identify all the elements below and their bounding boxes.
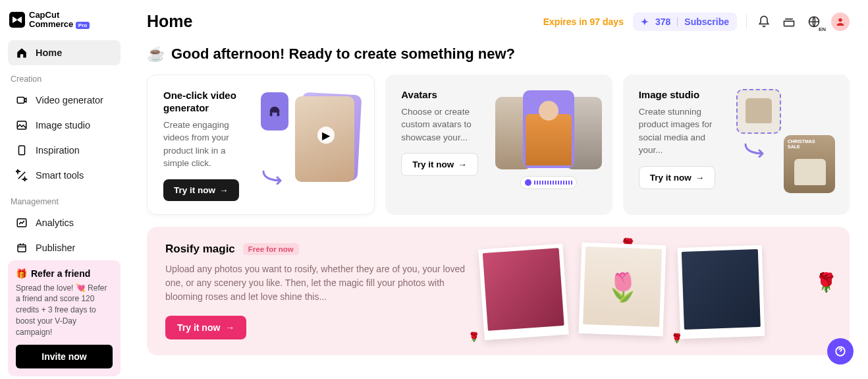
audio-wave-icon: [520, 176, 577, 189]
rosify-title: Rosify magic: [165, 243, 235, 256]
language-button[interactable]: EN: [806, 14, 822, 30]
rosify-desc: Upload any photos you want to rosify, wh…: [165, 262, 481, 304]
help-icon: [834, 345, 846, 357]
card-image-studio[interactable]: Image studio Create stunning product ima…: [623, 74, 850, 215]
svg-rect-5: [18, 245, 26, 252]
logo-line2: Commerce: [29, 19, 73, 29]
help-button[interactable]: [827, 338, 854, 364]
nav-analytics[interactable]: Analytics: [8, 210, 121, 235]
logo-pro-badge: Pro: [76, 22, 90, 29]
petal-icon: 🌹: [468, 332, 479, 342]
refer-text: Spread the love! 💘 Refer a friend and sc…: [16, 283, 113, 338]
arrow-curve-icon: [262, 169, 286, 185]
nav-image-studio[interactable]: Image studio: [8, 113, 121, 138]
avatar[interactable]: [831, 13, 850, 31]
svg-rect-3: [19, 146, 25, 155]
card-desc: Choose or create custom avatars to showc…: [401, 105, 491, 144]
nav-label: Home: [36, 47, 62, 58]
divider: [746, 15, 747, 29]
section-management: Management: [8, 188, 121, 210]
nav-label: Publisher: [36, 243, 75, 253]
arrow-curve-icon: [744, 142, 768, 158]
card-thumbnail: [499, 89, 598, 194]
card-title: One-click video generator: [163, 90, 253, 115]
rosify-try-button[interactable]: Try it now→: [165, 316, 246, 339]
page-title: Home: [147, 12, 192, 31]
wallet-icon: [782, 15, 796, 28]
coffee-icon: ☕: [147, 45, 165, 63]
card-avatars[interactable]: Avatars Choose or create custom avatars …: [385, 74, 612, 215]
nav-publisher[interactable]: Publisher: [8, 235, 121, 260]
inspiration-icon: [16, 144, 28, 156]
card-title: Avatars: [401, 89, 491, 102]
home-icon: [16, 47, 28, 59]
notifications-button[interactable]: [756, 14, 772, 30]
arrow-icon: →: [225, 322, 234, 333]
rose-icon: 🌹: [815, 272, 838, 293]
separator: [677, 17, 678, 26]
rosify-images: 🌹 🌹 🌹 🌹 🌷: [481, 243, 831, 339]
logo[interactable]: CapCut Commerce Pro: [8, 8, 121, 40]
card-desc: Create stunning product images for socia…: [639, 105, 728, 157]
arrow-icon: →: [458, 160, 467, 169]
bell-icon: [757, 15, 771, 28]
nav-label: Smart tools: [36, 170, 84, 181]
svg-rect-0: [9, 12, 25, 28]
rosify-card[interactable]: Rosify magic Free for now Upload any pho…: [147, 227, 850, 355]
nav-label: Image studio: [36, 120, 90, 131]
nav-video-generator[interactable]: Video generator: [8, 88, 121, 113]
logo-line1: CapCut: [29, 10, 59, 20]
try-button[interactable]: Try it now→: [163, 179, 239, 201]
try-button[interactable]: Try it now→: [639, 166, 716, 189]
invite-button[interactable]: Invite now: [16, 345, 113, 368]
nav-smart-tools[interactable]: Smart tools: [8, 163, 121, 188]
logo-icon: [9, 12, 25, 28]
nav-label: Video generator: [36, 95, 103, 105]
gift-icon: 🎁: [16, 268, 27, 279]
greeting-text: Good afternoon! Ready to create somethin…: [171, 45, 515, 63]
video-icon: [16, 94, 28, 106]
user-icon: [835, 16, 846, 27]
card-thumbnail: ▶: [261, 90, 360, 195]
magic-icon: [16, 169, 28, 181]
arrow-icon: →: [695, 173, 705, 183]
section-creation: Creation: [8, 65, 121, 88]
card-desc: Create engaging videos from your product…: [163, 119, 253, 170]
svg-rect-1: [17, 97, 24, 103]
wallet-button[interactable]: [781, 14, 797, 30]
credits-count: 378: [655, 16, 670, 27]
diamond-icon: ✦: [641, 16, 649, 27]
nav-label: Inspiration: [36, 145, 80, 156]
svg-point-7: [838, 18, 842, 21]
analytics-icon: [16, 217, 28, 229]
card-title: Image studio: [639, 89, 728, 102]
lang-code: EN: [819, 26, 826, 32]
card-video-generator[interactable]: One-click video generator Create engagin…: [147, 74, 375, 215]
publisher-icon: [16, 242, 28, 254]
refer-card: 🎁Refer a friend Spread the love! 💘 Refer…: [8, 260, 121, 376]
refer-title: Refer a friend: [31, 268, 90, 279]
nav-label: Analytics: [36, 218, 74, 228]
nav-home[interactable]: Home: [8, 40, 121, 65]
expires-text: Expires in 97 days: [543, 16, 624, 27]
nav-inspiration[interactable]: Inspiration: [8, 138, 121, 163]
headphones-icon: [267, 104, 282, 119]
credits-pill[interactable]: ✦ 378 Subscribe: [633, 13, 737, 31]
try-button[interactable]: Try it now→: [401, 153, 478, 176]
subscribe-link[interactable]: Subscribe: [684, 16, 729, 27]
image-icon: [16, 119, 28, 131]
card-thumbnail: CHRISTMASSALE: [736, 89, 835, 194]
arrow-icon: →: [219, 185, 229, 195]
rosify-badge: Free for now: [243, 243, 299, 255]
